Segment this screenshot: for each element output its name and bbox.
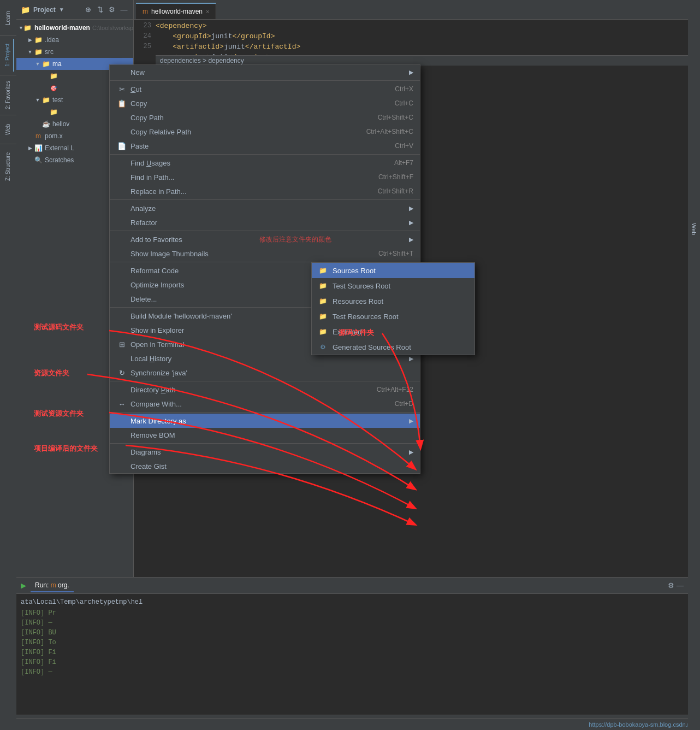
menu-item-copy-rel[interactable]: Copy Relative Path Ctrl+Alt+Shift+C bbox=[110, 125, 420, 139]
separator-3 bbox=[110, 199, 420, 200]
menu-item-remove-bom[interactable]: Remove BOM bbox=[110, 428, 420, 442]
sidebar-item-learn[interactable]: Learn bbox=[2, 4, 14, 32]
submenu-excluded[interactable]: 📁 Excluded bbox=[312, 324, 474, 339]
menu-item-create-gist[interactable]: Create Gist bbox=[110, 459, 420, 473]
folder-icon: 📁 bbox=[21, 5, 30, 14]
generated-sources-label: Generated Sources Root bbox=[333, 343, 411, 351]
explorer-icon bbox=[116, 325, 127, 335]
run-settings-icon[interactable]: ⚙ bbox=[668, 581, 674, 590]
menu-thumb-label: Show Image Thumbnails bbox=[130, 250, 209, 258]
settings-icon[interactable]: ⚙ bbox=[107, 5, 117, 15]
optimize-icon bbox=[116, 279, 127, 290]
test-sources-root-label: Test Sources Root bbox=[333, 282, 390, 290]
submenu-mark-directory: 📁 Sources Root 📁 Test Sources Root 📁 Res… bbox=[311, 262, 475, 355]
editor-tab-main[interactable]: m helloworld-maven × bbox=[136, 3, 216, 19]
external-label: External L bbox=[45, 144, 74, 152]
status-url: https://dpb-bobokaoya-sm.blog.csdn.net bbox=[589, 721, 696, 728]
line-content-24: <groupId>junit</groupId> bbox=[156, 32, 275, 40]
right-sidebar-tab-web[interactable]: Web bbox=[689, 219, 699, 239]
menu-item-analyze[interactable]: Analyze ▶ bbox=[110, 201, 420, 215]
resources-root-icon: 📁 bbox=[317, 296, 328, 307]
menu-item-thumbnails[interactable]: Show Image Thumbnails Ctrl+Shift+T bbox=[110, 246, 420, 261]
sidebar-item-web[interactable]: Web bbox=[2, 119, 14, 140]
menu-remove-bom-label: Remove BOM bbox=[130, 431, 175, 439]
add-fav-icon bbox=[116, 234, 127, 245]
gist-icon bbox=[116, 461, 127, 472]
new-arrow-icon: ▶ bbox=[409, 69, 413, 76]
main-folder-icon: 📁 bbox=[41, 60, 50, 68]
minimize-icon[interactable]: — bbox=[119, 5, 129, 15]
menu-item-cut[interactable]: ✂ Cut Ctrl+X bbox=[110, 82, 420, 96]
menu-item-diagrams[interactable]: Diagrams ▶ bbox=[110, 445, 420, 459]
separator-8 bbox=[110, 412, 420, 413]
submenu-sources-root[interactable]: 📁 Sources Root bbox=[312, 263, 474, 278]
pom-label: pom.x bbox=[45, 132, 63, 140]
run-tab[interactable]: Run: m org. bbox=[31, 579, 74, 592]
menu-find-usages-label: Find Usages bbox=[130, 159, 170, 167]
sidebar-item-favorites[interactable]: 2: Favorites bbox=[2, 79, 14, 111]
menu-sync-label: Synchronize 'java' bbox=[130, 369, 187, 377]
find-usages-icon bbox=[116, 157, 127, 168]
tree-item-root[interactable]: ▼ 📁 helloworld-maven C:\tools\workspace\… bbox=[16, 22, 133, 34]
copy-rel-shortcut: Ctrl+Alt+Shift+C bbox=[366, 128, 413, 136]
scratches-label: Scratches bbox=[45, 156, 74, 164]
idea-label: .idea bbox=[45, 36, 59, 44]
right-sidebar: Web bbox=[688, 0, 700, 730]
mark-dir-icon bbox=[116, 415, 127, 426]
sidebar-item-structure[interactable]: Z: Structure bbox=[2, 148, 14, 186]
menu-item-add-favorites[interactable]: Add to Favorites 修改后注意文件夹的颜色 ▶ bbox=[110, 232, 420, 246]
sidebar-item-project[interactable]: 1: Project bbox=[2, 39, 14, 72]
hellov-label: hellov bbox=[52, 120, 69, 128]
add-fav-arrow-icon: ▶ bbox=[409, 236, 413, 243]
arrow-down-icon: ▼ bbox=[34, 96, 41, 104]
copy-rel-icon bbox=[116, 126, 127, 137]
menu-copy-path-label: Copy Path bbox=[130, 114, 164, 122]
collapse-icon[interactable]: ⇅ bbox=[95, 5, 105, 15]
menu-item-find-usages[interactable]: Find Usages Alt+F7 bbox=[110, 156, 420, 170]
menu-item-dir-path[interactable]: Directory Path Ctrl+Alt+F12 bbox=[110, 382, 420, 397]
menu-item-paste[interactable]: 📄 Paste Ctrl+V bbox=[110, 139, 420, 153]
separator-7 bbox=[110, 381, 420, 381]
run-close-icon[interactable]: — bbox=[677, 581, 684, 590]
menu-compare-label: Compare With... bbox=[130, 400, 182, 408]
menu-item-sync[interactable]: ↻ Synchronize 'java' bbox=[110, 366, 420, 380]
menu-item-find-path[interactable]: Find in Path... Ctrl+Shift+F bbox=[110, 170, 420, 184]
tab-close-button[interactable]: × bbox=[206, 8, 209, 15]
submenu-test-resources-root[interactable]: 📁 Test Resources Root bbox=[312, 309, 474, 324]
submenu-test-sources-root[interactable]: 📁 Test Sources Root bbox=[312, 278, 474, 293]
menu-add-fav-label: Add to Favorites bbox=[130, 236, 182, 244]
tab-icon: m bbox=[143, 8, 148, 15]
history-icon bbox=[116, 353, 127, 364]
separator-4 bbox=[110, 231, 420, 231]
add-fav-note: 修改后注意文件夹的颜色 bbox=[259, 235, 331, 244]
menu-delete-label: Delete... bbox=[130, 295, 157, 303]
placeholder bbox=[41, 72, 49, 80]
menu-item-mark-dir[interactable]: Mark Directory as ▶ bbox=[110, 414, 420, 428]
menu-item-copy[interactable]: 📋 Copy Ctrl+C bbox=[110, 96, 420, 110]
generated-sources-icon: ⚙ bbox=[317, 342, 328, 352]
menu-item-refactor[interactable]: Refactor ▶ bbox=[110, 215, 420, 229]
run-content: ata\Local\Temp\archetypetmp\hel [INFO] P… bbox=[16, 594, 688, 679]
menu-item-replace-path[interactable]: Replace in Path... Ctrl+Shift+R bbox=[110, 184, 420, 198]
excluded-icon: 📁 bbox=[317, 326, 328, 337]
test-resources-root-icon: 📁 bbox=[317, 311, 328, 322]
menu-history-label: Local History bbox=[130, 355, 171, 363]
menu-item-copy-path[interactable]: Copy Path Ctrl+Shift+C bbox=[110, 110, 420, 125]
submenu-generated-sources[interactable]: ⚙ Generated Sources Root bbox=[312, 339, 474, 355]
menu-item-compare[interactable]: ↔ Compare With... Ctrl+D bbox=[110, 397, 420, 411]
tree-item-idea[interactable]: ▶ 📁 .idea bbox=[16, 34, 133, 46]
add-icon[interactable]: ⊕ bbox=[83, 5, 93, 15]
tree-item-src[interactable]: ▼ 📁 src bbox=[16, 46, 133, 58]
run-line-1: [INFO] Pr bbox=[21, 608, 684, 618]
test-label: test bbox=[52, 96, 63, 104]
run-panel: ▶ Run: m org. ⚙ — ata\Local\Temp\archety… bbox=[16, 577, 688, 730]
cut-shortcut: Ctrl+X bbox=[395, 85, 413, 93]
submenu-resources-root[interactable]: 📁 Resources Root bbox=[312, 293, 474, 309]
placeholder2 bbox=[41, 84, 49, 92]
menu-item-new[interactable]: New ▶ bbox=[110, 65, 420, 79]
menu-copy-label: Copy bbox=[130, 99, 147, 108]
main-label: ma bbox=[52, 60, 62, 68]
history-arrow-icon: ▶ bbox=[409, 355, 413, 362]
compare-shortcut: Ctrl+D bbox=[395, 400, 413, 408]
line-num-25: 25 bbox=[134, 43, 156, 50]
